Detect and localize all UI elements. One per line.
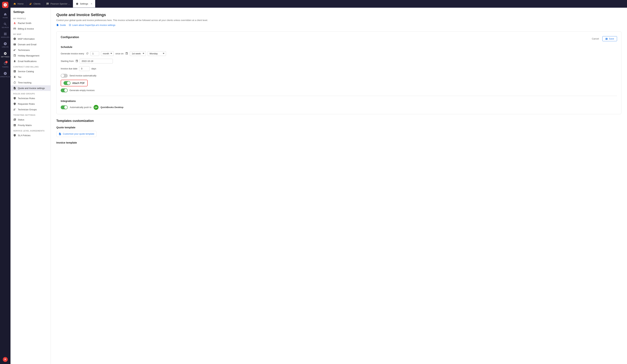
nav-home-label: HOME xyxy=(3,17,8,19)
auto-push-label: Automatically push to xyxy=(70,106,92,109)
nav-home[interactable]: HOME xyxy=(0,11,10,20)
page-description: Control your global quote and invoice pr… xyxy=(56,19,622,22)
calendar-icon xyxy=(125,52,128,55)
sidebar-item-billing[interactable]: Billing & Invoice xyxy=(10,26,51,32)
tab-pearson[interactable]: Pearson Spector ... xyxy=(43,0,73,7)
send-invoice-toggle-knob xyxy=(61,74,64,77)
user-avatar[interactable]: R xyxy=(3,357,8,362)
sidebar-item-req-roles[interactable]: Requester Roles xyxy=(10,101,51,107)
sidebar-item-status[interactable]: Status xyxy=(10,117,51,122)
sidebar-item-holiday-label: Holiday Management xyxy=(18,54,39,57)
sidebar-item-rachel[interactable]: Rachel Smith xyxy=(10,20,51,26)
nav-search[interactable]: SEARCH xyxy=(0,21,10,30)
sidebar-item-technicians[interactable]: Technicians xyxy=(10,47,51,53)
quickbooks-icon: QB xyxy=(94,105,99,110)
due-date-suffix: days xyxy=(91,67,96,70)
nav-modules[interactable]: MODULES xyxy=(0,30,10,40)
sidebar-item-service-catalog-label: Service Catalog xyxy=(18,70,34,73)
sidebar-item-quote-invoice-label: Quote and Invoice settings xyxy=(18,87,45,90)
guide-link[interactable]: Guide xyxy=(56,24,66,26)
sidebar-section-ticketing: TICKETING SETTINGS xyxy=(10,112,51,117)
sidebar-item-time-tracking[interactable]: Time tracking xyxy=(10,80,51,85)
generate-empty-toggle-knob xyxy=(64,89,67,92)
quote-template-title: Quote template xyxy=(56,126,622,129)
icon-nav: HOME SEARCH MODULES CREATE SETTINGS 1 TI… xyxy=(0,0,10,364)
config-divider xyxy=(61,96,617,96)
nav-timers[interactable]: 1 TIMERS xyxy=(0,60,10,70)
content-area: Settings MY PROFILE Rachel Smith Billing… xyxy=(10,8,627,364)
due-date-input[interactable]: 0 xyxy=(79,66,90,71)
attach-pdf-toggle-knob xyxy=(67,82,70,85)
sidebar-item-rachel-label: Rachel Smith xyxy=(18,22,31,24)
tab-settings[interactable]: Settings ✕ xyxy=(73,0,95,7)
generate-empty-toggle[interactable] xyxy=(61,89,68,92)
cancel-button[interactable]: Cancel xyxy=(590,36,601,41)
sidebar: Settings MY PROFILE Rachel Smith Billing… xyxy=(10,8,51,364)
sidebar-item-msp-info[interactable]: MSP Information xyxy=(10,36,51,42)
quote-template-section: Quote template Customize your quote temp… xyxy=(56,126,622,137)
week-select[interactable]: 1st week 2nd week 3rd week 4th week xyxy=(130,51,146,56)
nav-marketplace[interactable]: MARKETPLACE xyxy=(0,70,10,79)
tab-clients[interactable]: Clients xyxy=(27,0,44,7)
save-button[interactable]: Save xyxy=(602,36,617,41)
learn-link[interactable]: Learn about SuperOps.ai's invoice settin… xyxy=(69,24,115,26)
sidebar-section-sla: SERVICE LEVEL AGREEMENTS xyxy=(10,128,51,133)
nav-create[interactable]: CREATE xyxy=(0,40,10,50)
quickbooks-brand-label: QuickBooks Desktop xyxy=(101,106,123,109)
qb-icon-text: QB xyxy=(95,106,98,108)
svg-point-0 xyxy=(14,22,15,23)
sidebar-item-tax[interactable]: Tax xyxy=(10,74,51,80)
sidebar-section-contract: CONTRACT AND BILLING xyxy=(10,64,51,69)
tab-pearson-label: Pearson Spector ... xyxy=(50,2,70,5)
close-settings-tab[interactable]: ✕ xyxy=(91,3,92,5)
sidebar-item-sla-policies-label: SLA Policies xyxy=(18,134,30,137)
tab-home[interactable]: Home xyxy=(10,0,27,7)
sidebar-item-email-notif[interactable]: Email Notifications xyxy=(10,58,51,64)
quote-template-link[interactable]: Customize your quote template xyxy=(56,131,97,137)
save-button-label: Save xyxy=(609,37,614,40)
sidebar-item-domain-email[interactable]: Domain and Email xyxy=(10,42,51,47)
invoice-template-section: Invoice template xyxy=(56,141,622,144)
sidebar-item-service-catalog[interactable]: Service Catalog xyxy=(10,69,51,74)
sidebar-title: Settings xyxy=(10,10,51,16)
topbar: Home Clients Pearson Spector ... Setting… xyxy=(10,0,627,8)
templates-section: Templates customization Quote template C… xyxy=(56,119,622,144)
sidebar-item-quote-invoice[interactable]: Quote and Invoice settings xyxy=(10,85,51,91)
nav-marketplace-label: MARKETPLACE xyxy=(0,76,11,78)
nav-modules-label: MODULES xyxy=(1,36,9,38)
attach-pdf-toggle[interactable] xyxy=(63,81,70,85)
quickbooks-toggle[interactable] xyxy=(61,105,68,109)
sidebar-item-priority[interactable]: Priority Matrix xyxy=(10,122,51,128)
starting-from-row: Starting from 2022-10-18 xyxy=(61,59,617,63)
main-content: Quote and Invoice Settings Control your … xyxy=(51,8,627,364)
interval-unit-select[interactable]: month day week year xyxy=(101,51,114,56)
generate-invoice-row: Generate invoice every 1 month day week … xyxy=(61,51,617,56)
sidebar-item-time-tracking-label: Time tracking xyxy=(18,81,32,84)
starting-from-input[interactable]: 2022-10-18 xyxy=(80,59,113,63)
attach-pdf-box: Attach PDF xyxy=(61,80,88,86)
sidebar-item-tech-roles[interactable]: Technician Roles xyxy=(10,95,51,101)
interval-value-input[interactable]: 1 xyxy=(91,51,99,56)
nav-create-label: CREATE xyxy=(2,46,9,48)
nav-timers-label: TIMERS xyxy=(2,66,8,68)
sidebar-item-tax-label: Tax xyxy=(18,76,21,78)
sidebar-item-tech-groups[interactable]: Technician Groups xyxy=(10,107,51,112)
quote-template-link-label: Customize your quote template xyxy=(63,133,94,135)
send-invoice-toggle[interactable] xyxy=(61,74,68,78)
sidebar-item-sla-policies[interactable]: SLA Policies xyxy=(10,133,51,138)
nav-settings[interactable]: SETTINGS xyxy=(0,50,10,59)
day-select[interactable]: Monday Tuesday Wednesday Thursday Friday… xyxy=(148,51,166,56)
sidebar-item-domain-email-label: Domain and Email xyxy=(18,43,36,46)
nav-search-label: SEARCH xyxy=(2,27,9,28)
due-date-row: Invoice due date 0 days xyxy=(61,66,617,71)
schedule-title: Schedule xyxy=(61,46,617,48)
page-title: Quote and Invoice Settings xyxy=(56,13,622,17)
generate-label: Generate invoice every xyxy=(61,52,84,55)
app-logo xyxy=(2,2,8,8)
quickbooks-row: Automatically push to QB QuickBooks Desk… xyxy=(61,105,617,110)
tab-settings-label: Settings xyxy=(80,2,88,5)
learn-link-label: Learn about SuperOps.ai's invoice settin… xyxy=(72,24,115,26)
sidebar-item-holiday[interactable]: Holiday Management xyxy=(10,53,51,58)
sidebar-item-tech-roles-label: Technician Roles xyxy=(18,97,35,100)
sidebar-item-req-roles-label: Requester Roles xyxy=(18,103,35,105)
